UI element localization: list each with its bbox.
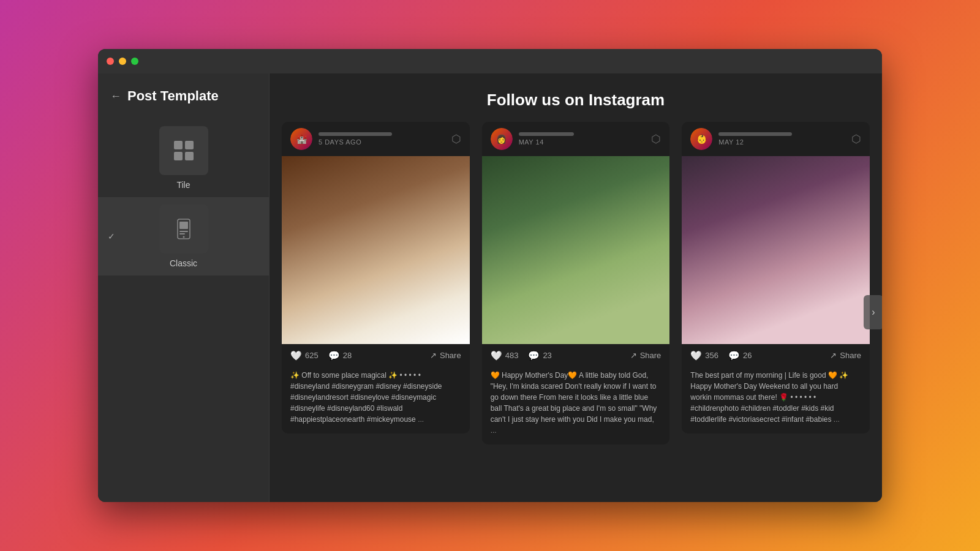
- svg-rect-7: [179, 233, 185, 234]
- minimize-button[interactable]: [119, 58, 126, 65]
- likes-2: 🤍 483: [491, 350, 519, 361]
- post-caption-2: 🧡 Happy Mother's Day🧡 A little baby told…: [482, 367, 670, 444]
- tile-template-icon: [159, 126, 208, 175]
- avatar-2: 👩: [491, 128, 513, 150]
- posts-area: 🏰 5 DAYS AGO ⬡: [270, 122, 882, 502]
- feed-header: Follow us on Instagram: [270, 73, 882, 122]
- likes-count-2: 483: [505, 351, 519, 360]
- post-meta-3: MAY 12: [718, 132, 792, 146]
- sidebar-title: Post Template: [127, 88, 219, 104]
- post-meta-1: 5 DAYS AGO: [318, 132, 392, 146]
- post-image-overlay-2: [482, 156, 670, 344]
- maximize-button[interactable]: [131, 58, 138, 65]
- svg-rect-6: [179, 231, 188, 232]
- share-button-1[interactable]: ↗ Share: [430, 351, 461, 360]
- post-date-3: MAY 12: [718, 138, 792, 146]
- post-stats-2: 🤍 483 💬 23 ↗ Share: [482, 344, 670, 367]
- post-image-overlay-1: [282, 156, 470, 344]
- svg-rect-5: [179, 222, 188, 229]
- share-button-3[interactable]: ↗ Share: [830, 351, 861, 360]
- caption-text-2: 🧡 Happy Mother's Day🧡 A little baby told…: [491, 371, 657, 424]
- main-content: Follow us on Instagram 🏰 5 DAYS AGO: [270, 73, 882, 502]
- share-icon-1: ↗: [430, 351, 437, 360]
- share-label-3: Share: [840, 351, 861, 360]
- svg-rect-0: [174, 141, 183, 149]
- comments-3: 💬 26: [728, 350, 752, 361]
- caption-text-3: The best part of my morning | Life is go…: [690, 371, 848, 424]
- post-card-1: 🏰 5 DAYS AGO ⬡: [282, 122, 470, 433]
- next-arrow[interactable]: ›: [864, 295, 882, 329]
- template-item-tile[interactable]: Tile: [98, 119, 269, 197]
- share-icon-3: ↗: [830, 351, 837, 360]
- comment-icon-1: 💬: [328, 350, 340, 361]
- post-header-left-1: 🏰 5 DAYS AGO: [290, 128, 392, 150]
- avatar-3: 👶: [690, 128, 712, 150]
- post-header-1: 🏰 5 DAYS AGO ⬡: [282, 122, 470, 156]
- sidebar-header: ← Post Template: [98, 73, 269, 114]
- post-stats-1: 🤍 625 💬 28 ↗ Share: [282, 344, 470, 367]
- post-caption-3: The best part of my morning | Life is go…: [682, 367, 870, 433]
- post-date-2: MAY 14: [519, 138, 574, 146]
- likes-3: 🤍 356: [690, 350, 718, 361]
- heart-icon-3: 🤍: [690, 350, 702, 361]
- template-grid: Tile ✓ Classic: [98, 114, 269, 280]
- post-stats-3: 🤍 356 💬 26 ↗ Share: [682, 344, 870, 367]
- post-header-3: 👶 MAY 12 ⬡: [682, 122, 870, 156]
- heart-icon-1: 🤍: [290, 350, 302, 361]
- instagram-icon-1: ⬡: [451, 132, 461, 146]
- post-image-3: [682, 156, 870, 344]
- comments-2: 💬 23: [528, 350, 551, 361]
- post-card-2: 👩 MAY 14 ⬡ �: [482, 122, 670, 444]
- instagram-icon-2: ⬡: [651, 132, 661, 146]
- likes-count-3: 356: [705, 351, 718, 360]
- post-header-left-3: 👶 MAY 12: [690, 128, 792, 150]
- app-window: ← Post Template Tile: [98, 49, 882, 502]
- window-body: ← Post Template Tile: [98, 73, 882, 502]
- likes-1: 🤍 625: [290, 350, 318, 361]
- sidebar: ← Post Template Tile: [98, 73, 270, 502]
- post-date-1: 5 DAYS AGO: [318, 138, 392, 146]
- share-label-1: Share: [440, 351, 461, 360]
- share-button-2[interactable]: ↗ Share: [630, 351, 662, 360]
- post-meta-2: MAY 14: [519, 132, 574, 146]
- title-bar: [98, 49, 882, 73]
- feed-title: Follow us on Instagram: [270, 91, 882, 110]
- post-header-left-2: 👩 MAY 14: [491, 128, 574, 150]
- comments-count-1: 28: [343, 351, 352, 360]
- comments-count-3: 26: [743, 351, 752, 360]
- username-bar-3: [718, 132, 792, 136]
- svg-rect-3: [185, 152, 194, 160]
- template-item-classic[interactable]: ✓ Classic: [98, 197, 269, 276]
- comments-1: 💬 28: [328, 350, 352, 361]
- comment-icon-2: 💬: [528, 350, 540, 361]
- close-button[interactable]: [107, 58, 114, 65]
- post-image-1: [282, 156, 470, 344]
- classic-template-icon: [159, 204, 208, 253]
- username-bar-1: [318, 132, 392, 136]
- phone-icon: [173, 218, 195, 240]
- avatar-img-3: 👶: [690, 128, 712, 150]
- share-label-2: Share: [640, 351, 662, 360]
- post-image-2: [482, 156, 670, 344]
- share-icon-2: ↗: [630, 351, 637, 360]
- classic-template-label: Classic: [170, 258, 197, 268]
- heart-icon-2: 🤍: [491, 350, 502, 361]
- caption-more-3: ...: [834, 415, 840, 424]
- comments-count-2: 23: [543, 351, 551, 360]
- avatar-img-2: 👩: [491, 128, 513, 150]
- svg-rect-1: [185, 141, 194, 149]
- comment-icon-3: 💬: [728, 350, 740, 361]
- username-bar-2: [519, 132, 574, 136]
- caption-more-2: ...: [491, 426, 497, 435]
- svg-rect-2: [174, 152, 183, 160]
- likes-count-1: 625: [305, 351, 318, 360]
- back-button[interactable]: ←: [110, 90, 121, 103]
- instagram-icon-3: ⬡: [851, 132, 861, 146]
- grid-icon: [173, 140, 195, 162]
- tile-template-label: Tile: [176, 180, 190, 190]
- selected-check: ✓: [108, 231, 115, 241]
- post-image-overlay-3: [682, 156, 870, 344]
- avatar-img-1: 🏰: [290, 128, 312, 150]
- avatar-1: 🏰: [290, 128, 312, 150]
- post-caption-1: ✨ Off to some place magical ✨ • • • • • …: [282, 367, 470, 433]
